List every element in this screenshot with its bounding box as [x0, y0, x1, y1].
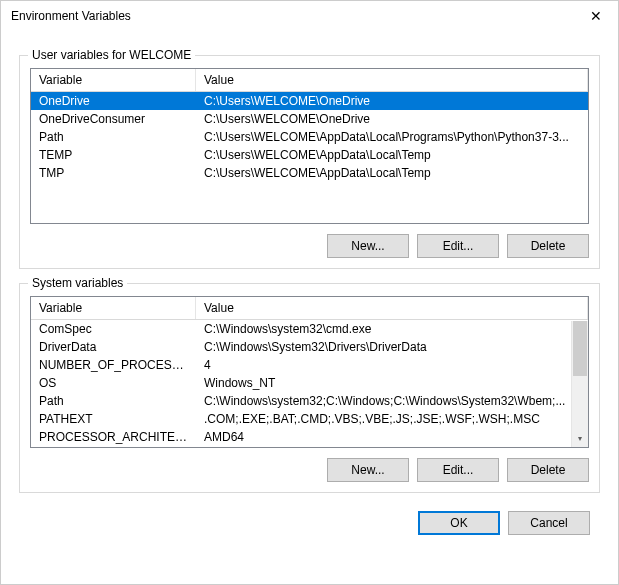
cell-variable: TMP — [31, 165, 196, 181]
table-row[interactable]: PROCESSOR_ARCHITECTUREAMD64 — [31, 428, 588, 446]
cell-variable: OneDrive — [31, 93, 196, 109]
table-row[interactable]: OneDriveC:\Users\WELCOME\OneDrive — [31, 92, 588, 110]
col-header-variable[interactable]: Variable — [31, 69, 196, 91]
user-table-header: Variable Value — [31, 69, 588, 92]
dialog-content: User variables for WELCOME Variable Valu… — [1, 31, 618, 549]
user-variables-group: User variables for WELCOME Variable Valu… — [19, 55, 600, 269]
cell-variable: PATHEXT — [31, 411, 196, 427]
system-new-button[interactable]: New... — [327, 458, 409, 482]
cell-value: 4 — [196, 357, 588, 373]
col-header-value[interactable]: Value — [196, 69, 588, 91]
cell-variable: DriverData — [31, 339, 196, 355]
user-variables-table[interactable]: Variable Value OneDriveC:\Users\WELCOME\… — [30, 68, 589, 224]
scrollbar-thumb[interactable] — [573, 321, 587, 376]
cell-value: .COM;.EXE;.BAT;.CMD;.VBS;.VBE;.JS;.JSE;.… — [196, 411, 588, 427]
table-row[interactable]: NUMBER_OF_PROCESSORS4 — [31, 356, 588, 374]
user-edit-button[interactable]: Edit... — [417, 234, 499, 258]
system-variables-group: System variables Variable Value ComSpecC… — [19, 283, 600, 493]
cell-value: C:\Windows\System32\Drivers\DriverData — [196, 339, 588, 355]
table-row[interactable]: OneDriveConsumerC:\Users\WELCOME\OneDriv… — [31, 110, 588, 128]
ok-button[interactable]: OK — [418, 511, 500, 535]
col-header-value[interactable]: Value — [196, 297, 588, 319]
cell-variable: OneDriveConsumer — [31, 111, 196, 127]
user-variables-buttons: New... Edit... Delete — [30, 234, 589, 258]
cell-variable: ComSpec — [31, 321, 196, 337]
cell-variable: Path — [31, 129, 196, 145]
table-row[interactable]: PATHEXT.COM;.EXE;.BAT;.CMD;.VBS;.VBE;.JS… — [31, 410, 588, 428]
table-row[interactable]: TMPC:\Users\WELCOME\AppData\Local\Temp — [31, 164, 588, 182]
cell-value: C:\Users\WELCOME\AppData\Local\Temp — [196, 165, 588, 181]
cell-value: C:\Users\WELCOME\OneDrive — [196, 93, 588, 109]
scroll-down-icon[interactable]: ▾ — [572, 430, 588, 447]
cell-value: C:\Windows\system32\cmd.exe — [196, 321, 588, 337]
cell-variable: Path — [31, 393, 196, 409]
user-new-button[interactable]: New... — [327, 234, 409, 258]
cancel-button[interactable]: Cancel — [508, 511, 590, 535]
table-row[interactable]: PathC:\Windows\system32;C:\Windows;C:\Wi… — [31, 392, 588, 410]
cell-variable: NUMBER_OF_PROCESSORS — [31, 357, 196, 373]
cell-variable: TEMP — [31, 147, 196, 163]
cell-value: AMD64 — [196, 429, 588, 445]
cell-value: C:\Users\WELCOME\OneDrive — [196, 111, 588, 127]
table-row[interactable]: OSWindows_NT — [31, 374, 588, 392]
system-table-header: Variable Value — [31, 297, 588, 320]
table-row[interactable]: DriverDataC:\Windows\System32\Drivers\Dr… — [31, 338, 588, 356]
cell-value: C:\Windows\system32;C:\Windows;C:\Window… — [196, 393, 588, 409]
table-row[interactable]: PathC:\Users\WELCOME\AppData\Local\Progr… — [31, 128, 588, 146]
cell-value: C:\Users\WELCOME\AppData\Local\Temp — [196, 147, 588, 163]
cell-value: C:\Users\WELCOME\AppData\Local\Programs\… — [196, 129, 588, 145]
cell-variable: OS — [31, 375, 196, 391]
col-header-variable[interactable]: Variable — [31, 297, 196, 319]
system-scrollbar[interactable]: ▾ — [571, 321, 588, 447]
table-row[interactable]: ComSpecC:\Windows\system32\cmd.exe — [31, 320, 588, 338]
system-variables-label: System variables — [28, 276, 127, 290]
dialog-buttons: OK Cancel — [19, 511, 600, 535]
system-edit-button[interactable]: Edit... — [417, 458, 499, 482]
user-variables-label: User variables for WELCOME — [28, 48, 195, 62]
system-variables-table[interactable]: Variable Value ComSpecC:\Windows\system3… — [30, 296, 589, 448]
system-delete-button[interactable]: Delete — [507, 458, 589, 482]
system-variables-buttons: New... Edit... Delete — [30, 458, 589, 482]
user-delete-button[interactable]: Delete — [507, 234, 589, 258]
cell-value: Windows_NT — [196, 375, 588, 391]
close-button[interactable]: ✕ — [573, 1, 618, 31]
titlebar: Environment Variables ✕ — [1, 1, 618, 31]
table-row[interactable]: TEMPC:\Users\WELCOME\AppData\Local\Temp — [31, 146, 588, 164]
close-icon: ✕ — [590, 8, 602, 24]
cell-variable: PROCESSOR_ARCHITECTURE — [31, 429, 196, 445]
window-title: Environment Variables — [11, 9, 131, 23]
